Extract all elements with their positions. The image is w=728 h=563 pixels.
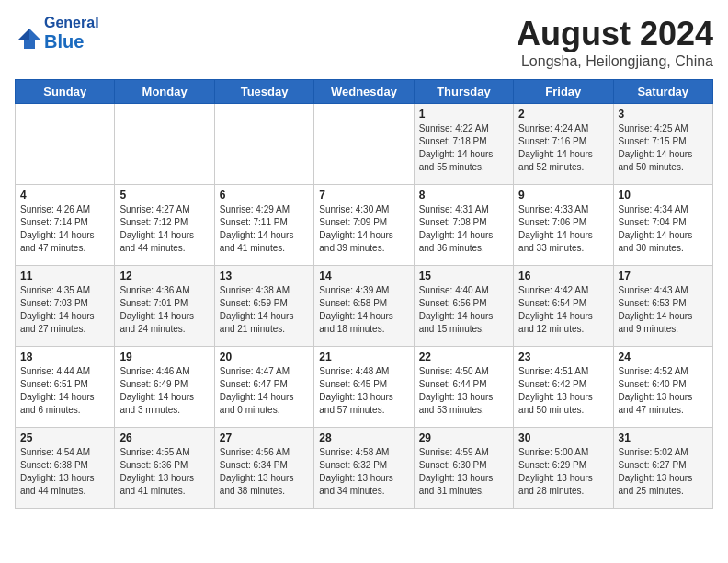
day-number: 26 — [119, 431, 209, 444]
calendar-cell: 12Sunrise: 4:36 AM Sunset: 7:01 PM Dayli… — [115, 266, 214, 347]
calendar-header: SundayMondayTuesdayWednesdayThursdayFrid… — [16, 80, 713, 104]
day-info: Sunrise: 4:35 AM Sunset: 7:03 PM Dayligh… — [20, 284, 109, 336]
calendar-cell: 5Sunrise: 4:27 AM Sunset: 7:12 PM Daylig… — [115, 185, 214, 266]
svg-marker-0 — [29, 29, 40, 40]
weekday-header-wednesday: Wednesday — [314, 80, 414, 104]
svg-marker-1 — [18, 29, 29, 40]
calendar-week-1: 1Sunrise: 4:22 AM Sunset: 7:18 PM Daylig… — [16, 104, 713, 185]
day-info: Sunrise: 4:25 AM Sunset: 7:15 PM Dayligh… — [619, 122, 708, 174]
weekday-header-sunday: Sunday — [16, 80, 115, 104]
calendar-cell: 15Sunrise: 4:40 AM Sunset: 6:56 PM Dayli… — [414, 266, 513, 347]
weekday-header-saturday: Saturday — [613, 80, 712, 104]
calendar-cell — [16, 104, 115, 185]
day-info: Sunrise: 4:48 AM Sunset: 6:45 PM Dayligh… — [319, 365, 408, 417]
calendar-week-4: 18Sunrise: 4:44 AM Sunset: 6:51 PM Dayli… — [16, 347, 713, 428]
day-info: Sunrise: 4:51 AM Sunset: 6:42 PM Dayligh… — [518, 365, 608, 417]
day-number: 17 — [619, 270, 708, 282]
weekday-header-tuesday: Tuesday — [214, 80, 313, 104]
calendar-cell: 22Sunrise: 4:50 AM Sunset: 6:44 PM Dayli… — [414, 347, 513, 428]
day-number: 12 — [119, 270, 209, 282]
day-info: Sunrise: 4:56 AM Sunset: 6:34 PM Dayligh… — [220, 446, 309, 498]
title-block: August 2024 Longsha, Heilongjiang, China — [517, 15, 713, 70]
logo: General Blue — [15, 15, 99, 52]
page-header: General Blue August 2024 Longsha, Heilon… — [15, 15, 713, 70]
month-title: August 2024 — [517, 15, 713, 53]
day-number: 25 — [20, 431, 109, 444]
day-number: 23 — [518, 350, 608, 363]
day-number: 14 — [319, 270, 408, 282]
day-number: 11 — [20, 270, 109, 282]
weekday-header-row: SundayMondayTuesdayWednesdayThursdayFrid… — [16, 80, 713, 104]
calendar-cell: 14Sunrise: 4:39 AM Sunset: 6:58 PM Dayli… — [314, 266, 414, 347]
day-number: 18 — [20, 350, 109, 363]
day-info: Sunrise: 4:52 AM Sunset: 6:40 PM Dayligh… — [619, 365, 708, 417]
day-number: 29 — [419, 431, 508, 444]
calendar-cell: 18Sunrise: 4:44 AM Sunset: 6:51 PM Dayli… — [16, 347, 115, 428]
day-info: Sunrise: 4:54 AM Sunset: 6:38 PM Dayligh… — [20, 446, 109, 498]
svg-rect-2 — [24, 40, 35, 49]
calendar-cell: 6Sunrise: 4:29 AM Sunset: 7:11 PM Daylig… — [214, 185, 313, 266]
day-info: Sunrise: 4:31 AM Sunset: 7:08 PM Dayligh… — [419, 203, 508, 255]
day-number: 30 — [518, 431, 608, 444]
calendar-cell: 27Sunrise: 4:56 AM Sunset: 6:34 PM Dayli… — [214, 428, 313, 509]
day-info: Sunrise: 4:29 AM Sunset: 7:11 PM Dayligh… — [220, 203, 309, 255]
calendar-cell — [115, 104, 214, 185]
weekday-header-thursday: Thursday — [414, 80, 513, 104]
calendar-cell: 20Sunrise: 4:47 AM Sunset: 6:47 PM Dayli… — [214, 347, 313, 428]
calendar-week-5: 25Sunrise: 4:54 AM Sunset: 6:38 PM Dayli… — [16, 428, 713, 509]
day-info: Sunrise: 4:34 AM Sunset: 7:04 PM Dayligh… — [619, 203, 708, 255]
day-number: 6 — [220, 189, 309, 201]
day-info: Sunrise: 5:00 AM Sunset: 6:29 PM Dayligh… — [518, 446, 608, 498]
day-info: Sunrise: 4:40 AM Sunset: 6:56 PM Dayligh… — [419, 284, 508, 336]
day-info: Sunrise: 4:24 AM Sunset: 7:16 PM Dayligh… — [518, 122, 608, 174]
weekday-header-friday: Friday — [514, 80, 613, 104]
day-info: Sunrise: 4:59 AM Sunset: 6:30 PM Dayligh… — [419, 446, 508, 498]
calendar-cell: 28Sunrise: 4:58 AM Sunset: 6:32 PM Dayli… — [314, 428, 414, 509]
day-number: 8 — [419, 189, 508, 201]
calendar-cell: 7Sunrise: 4:30 AM Sunset: 7:09 PM Daylig… — [314, 185, 414, 266]
location-title: Longsha, Heilongjiang, China — [517, 53, 713, 70]
day-number: 19 — [119, 350, 209, 363]
day-info: Sunrise: 5:02 AM Sunset: 6:27 PM Dayligh… — [619, 446, 708, 498]
day-number: 7 — [319, 189, 408, 201]
day-info: Sunrise: 4:22 AM Sunset: 7:18 PM Dayligh… — [419, 122, 508, 174]
day-number: 31 — [619, 431, 708, 444]
calendar-cell: 17Sunrise: 4:43 AM Sunset: 6:53 PM Dayli… — [613, 266, 712, 347]
calendar-cell: 31Sunrise: 5:02 AM Sunset: 6:27 PM Dayli… — [613, 428, 712, 509]
calendar-cell: 4Sunrise: 4:26 AM Sunset: 7:14 PM Daylig… — [16, 185, 115, 266]
day-info: Sunrise: 4:46 AM Sunset: 6:49 PM Dayligh… — [119, 365, 209, 417]
day-number: 27 — [220, 431, 309, 444]
day-info: Sunrise: 4:27 AM Sunset: 7:12 PM Dayligh… — [119, 203, 209, 255]
calendar-cell: 23Sunrise: 4:51 AM Sunset: 6:42 PM Dayli… — [514, 347, 613, 428]
day-info: Sunrise: 4:36 AM Sunset: 7:01 PM Dayligh… — [119, 284, 209, 336]
day-number: 4 — [20, 189, 109, 201]
logo-general-text: General — [44, 15, 99, 31]
day-info: Sunrise: 4:33 AM Sunset: 7:06 PM Dayligh… — [518, 203, 608, 255]
calendar-cell: 11Sunrise: 4:35 AM Sunset: 7:03 PM Dayli… — [16, 266, 115, 347]
day-info: Sunrise: 4:42 AM Sunset: 6:54 PM Dayligh… — [518, 284, 608, 336]
day-number: 1 — [419, 108, 508, 121]
calendar-cell: 26Sunrise: 4:55 AM Sunset: 6:36 PM Dayli… — [115, 428, 214, 509]
logo-text: General Blue — [44, 15, 99, 52]
calendar-cell: 10Sunrise: 4:34 AM Sunset: 7:04 PM Dayli… — [613, 185, 712, 266]
calendar-body: 1Sunrise: 4:22 AM Sunset: 7:18 PM Daylig… — [16, 104, 713, 509]
day-info: Sunrise: 4:26 AM Sunset: 7:14 PM Dayligh… — [20, 203, 109, 255]
day-info: Sunrise: 4:38 AM Sunset: 6:59 PM Dayligh… — [220, 284, 309, 336]
calendar-cell: 19Sunrise: 4:46 AM Sunset: 6:49 PM Dayli… — [115, 347, 214, 428]
day-info: Sunrise: 4:58 AM Sunset: 6:32 PM Dayligh… — [319, 446, 408, 498]
day-number: 28 — [319, 431, 408, 444]
logo-icon — [15, 25, 40, 43]
day-number: 5 — [119, 189, 209, 201]
day-number: 20 — [220, 350, 309, 363]
day-number: 3 — [619, 108, 708, 121]
calendar-cell: 2Sunrise: 4:24 AM Sunset: 7:16 PM Daylig… — [514, 104, 613, 185]
day-info: Sunrise: 4:55 AM Sunset: 6:36 PM Dayligh… — [119, 446, 209, 498]
calendar-week-3: 11Sunrise: 4:35 AM Sunset: 7:03 PM Dayli… — [16, 266, 713, 347]
calendar-cell: 30Sunrise: 5:00 AM Sunset: 6:29 PM Dayli… — [514, 428, 613, 509]
calendar-cell: 1Sunrise: 4:22 AM Sunset: 7:18 PM Daylig… — [414, 104, 513, 185]
calendar-table: SundayMondayTuesdayWednesdayThursdayFrid… — [15, 79, 713, 509]
calendar-cell: 13Sunrise: 4:38 AM Sunset: 6:59 PM Dayli… — [214, 266, 313, 347]
day-number: 9 — [518, 189, 608, 201]
day-number: 15 — [419, 270, 508, 282]
day-info: Sunrise: 4:44 AM Sunset: 6:51 PM Dayligh… — [20, 365, 109, 417]
